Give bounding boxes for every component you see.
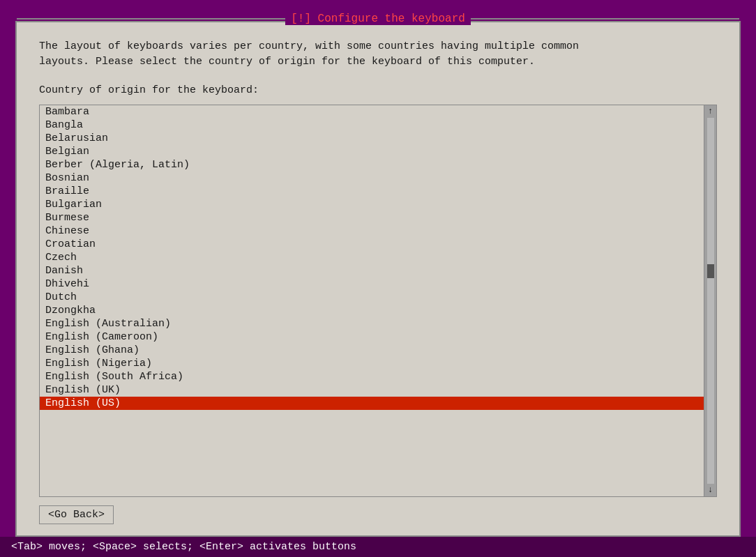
list-item[interactable]: English (US)	[40, 397, 704, 410]
list-area: BambaraBanglaBelarusianBelgianBerber (Al…	[39, 105, 717, 524]
list-items[interactable]: BambaraBanglaBelarusianBelgianBerber (Al…	[40, 105, 704, 496]
list-item[interactable]: Danish	[40, 264, 704, 277]
title-bar-right-line	[471, 18, 739, 20]
list-item[interactable]: Dzongkha	[40, 304, 704, 317]
scroll-thumb[interactable]	[707, 264, 714, 278]
list-item[interactable]: Bosnian	[40, 171, 704, 185]
list-container: BambaraBanglaBelarusianBelgianBerber (Al…	[39, 105, 717, 497]
list-item[interactable]: Berber (Algeria, Latin)	[40, 158, 704, 171]
dialog: [!] Configure the keyboard The layout of…	[15, 21, 741, 537]
list-item[interactable]: Croatian	[40, 238, 704, 251]
scroll-up-arrow[interactable]: ↑	[708, 107, 713, 116]
dialog-title: [!] Configure the keyboard	[285, 13, 471, 25]
list-item[interactable]: English (South Africa)	[40, 370, 704, 383]
list-item[interactable]: Chinese	[40, 224, 704, 238]
scroll-down-arrow[interactable]: ↓	[708, 485, 713, 495]
description-text: The layout of keyboards varies per count…	[39, 39, 717, 70]
dialog-content: The layout of keyboards varies per count…	[17, 22, 739, 535]
scroll-track	[707, 118, 714, 484]
list-item[interactable]: English (Ghana)	[40, 344, 704, 357]
list-item[interactable]: Burmese	[40, 211, 704, 224]
list-item[interactable]: Braille	[40, 185, 704, 198]
list-item[interactable]: Bangla	[40, 119, 704, 132]
list-item[interactable]: English (Australian)	[40, 317, 704, 330]
list-item[interactable]: English (UK)	[40, 383, 704, 397]
title-bar: [!] Configure the keyboard	[17, 13, 739, 25]
list-item[interactable]: Bulgarian	[40, 198, 704, 211]
status-bar: <Tab> moves; <Space> selects; <Enter> ac…	[0, 537, 756, 557]
list-item[interactable]: Belgian	[40, 145, 704, 158]
list-item[interactable]: Bambara	[40, 105, 704, 119]
title-bar-left-line	[17, 18, 285, 20]
status-text: <Tab> moves; <Space> selects; <Enter> ac…	[11, 541, 356, 553]
list-item[interactable]: Dutch	[40, 291, 704, 304]
scrollbar[interactable]: ↑ ↓	[704, 105, 716, 496]
go-back-button[interactable]: <Go Back>	[39, 505, 114, 524]
prompt-label: Country of origin for the keyboard:	[39, 84, 717, 96]
buttons-area: <Go Back>	[39, 497, 717, 524]
list-item[interactable]: Dhivehi	[40, 277, 704, 291]
list-item[interactable]: Belarusian	[40, 132, 704, 145]
list-item[interactable]: English (Cameroon)	[40, 330, 704, 344]
list-item[interactable]: English (Nigeria)	[40, 357, 704, 370]
list-item[interactable]: Czech	[40, 251, 704, 264]
